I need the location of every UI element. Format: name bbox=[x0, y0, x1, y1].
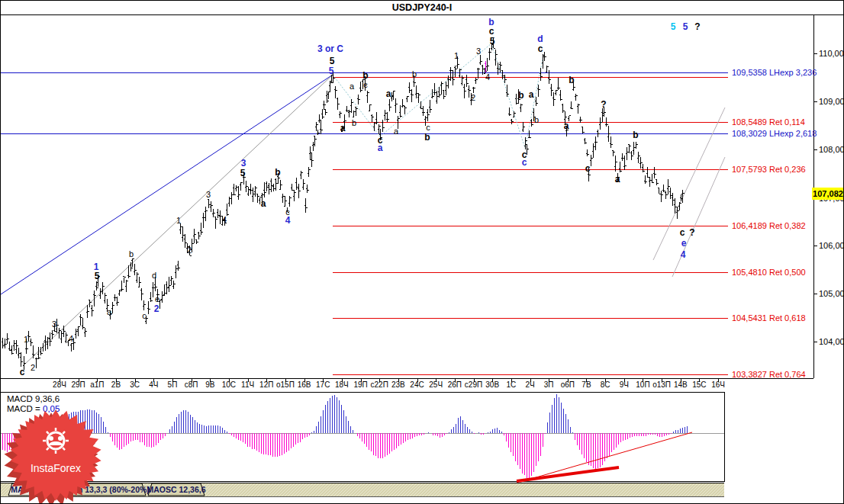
wave-label: a bbox=[107, 307, 112, 316]
macd-name: MACD 9,36,6 bbox=[7, 394, 60, 403]
wave-label: 4 bbox=[681, 249, 686, 260]
tab-label[interactable]: MACD 9,36,6 bbox=[11, 485, 60, 494]
fib-label: 108,5489 Ret 0,114 bbox=[732, 117, 805, 127]
wave-label: 5 bbox=[329, 66, 334, 76]
macd-value: 0,05 bbox=[43, 404, 60, 413]
wave-label: d bbox=[152, 271, 156, 280]
time-axis-label: 15С bbox=[692, 380, 706, 389]
macd-value-prefix: MACD = bbox=[7, 404, 40, 413]
wave-label: c bbox=[680, 227, 685, 238]
wave-label: b bbox=[129, 249, 134, 258]
wave-label: ? bbox=[601, 99, 606, 110]
wave-label: a bbox=[378, 143, 383, 153]
wave-label: a bbox=[340, 123, 346, 133]
wave-label: c bbox=[585, 163, 591, 174]
fib-label: 103,3827 Ret 0,764 bbox=[732, 370, 806, 379]
time-axis-label: 29П bbox=[72, 380, 85, 389]
time-axis-label: 2Ч bbox=[525, 380, 534, 389]
time-axis-label: 19П bbox=[353, 380, 367, 389]
chart-window: 109,5358 LHexp 3,236108,5489 Ret 0,11410… bbox=[0, 0, 844, 504]
time-axis-label: 3П bbox=[544, 380, 554, 389]
time-axis-label: 9Ч bbox=[620, 380, 629, 389]
wave-label: 5 bbox=[683, 21, 688, 32]
time-axis-label: 24С bbox=[410, 380, 424, 389]
time-axis-label: 23В bbox=[391, 380, 405, 389]
time-axis-label: с29П bbox=[465, 380, 482, 389]
wave-label: 2 bbox=[471, 93, 475, 102]
wave-label: 3 bbox=[476, 47, 481, 56]
time-axis-label: 10П bbox=[636, 380, 649, 389]
wave-label: c bbox=[426, 123, 430, 132]
wave-label: b bbox=[352, 118, 356, 127]
wave-label: ? bbox=[689, 227, 694, 238]
wave-label: 5 bbox=[330, 56, 335, 66]
time-axis-label: 12П bbox=[259, 380, 273, 389]
fib-label: 108,3029 LHexp 2,618 bbox=[732, 129, 817, 138]
wave-label: 3 or C bbox=[317, 43, 343, 54]
wave-label: b bbox=[633, 130, 638, 140]
wave-label: 1 bbox=[176, 216, 181, 225]
wave-label: 2 bbox=[187, 246, 192, 255]
time-axis-label: 16Ч bbox=[711, 380, 725, 389]
time-axis-label: 18Ч bbox=[335, 380, 349, 389]
time-axis-label: 3С bbox=[130, 380, 140, 389]
time-axis-label: 28Ч bbox=[53, 380, 66, 389]
wave-label: b bbox=[569, 75, 574, 85]
time-axis-label: 25Ч bbox=[429, 380, 443, 389]
wave-label: c bbox=[20, 367, 25, 377]
time-axis-label: с22П bbox=[371, 380, 388, 389]
chart-title: USDJPY240-I bbox=[392, 2, 453, 13]
time-axis-label: 11Ч bbox=[241, 380, 254, 389]
wave-label: b bbox=[534, 115, 539, 124]
wave-label: 5 bbox=[95, 271, 100, 281]
wave-label: a bbox=[394, 127, 399, 136]
time-axis-label: с8П bbox=[185, 380, 198, 389]
macd-histogram-negative bbox=[3, 433, 672, 479]
price-axis-label: 110,000 bbox=[819, 49, 844, 58]
fib-label: 107,5793 Ret 0,236 bbox=[732, 165, 806, 174]
wave-label: 1 bbox=[454, 51, 459, 60]
price-chart-area[interactable] bbox=[1, 14, 813, 378]
tab-label[interactable]: Stoch 13,3,3 (80%-20%) bbox=[60, 485, 150, 494]
wave-label: b bbox=[412, 69, 417, 79]
macd-indicator-labels: MACD 9,36,6 MACD = 0,05 bbox=[7, 394, 60, 414]
macd-trendline-thick bbox=[517, 467, 619, 481]
time-axis-label: 8С bbox=[601, 380, 610, 389]
wave-label: a bbox=[350, 82, 355, 91]
wave-label: c bbox=[142, 311, 147, 320]
tab-stoch-13-3-3-80-20[interactable]: Stoch 13,3,3 (80%-20%) bbox=[60, 483, 150, 496]
time-axis-label: 26П bbox=[448, 380, 462, 389]
tab-maosc-12-36-6[interactable]: MAOSC 12,36,6 bbox=[147, 483, 205, 496]
wave-label: 4 bbox=[485, 72, 490, 82]
wave-label: ? bbox=[694, 21, 700, 32]
fib-label: 106,4189 Ret 0,382 bbox=[732, 221, 806, 230]
wave-label: d bbox=[537, 34, 543, 44]
chart-canvas: 109,5358 LHexp 3,236108,5489 Ret 0,11410… bbox=[1, 1, 844, 504]
wave-label: 5 bbox=[240, 168, 246, 178]
wave-label: c bbox=[538, 43, 543, 54]
wave-label: a bbox=[564, 120, 569, 131]
wave-label: e bbox=[155, 294, 159, 303]
price-axis-label: 106,000 bbox=[819, 241, 844, 250]
tab-macd-9-36-6[interactable]: MACD 9,36,6 bbox=[8, 483, 62, 496]
wave-label: a bbox=[386, 88, 391, 99]
macd-histogram-positive bbox=[40, 394, 688, 433]
wave-label: 3 bbox=[52, 319, 56, 329]
time-axis-label: 1С bbox=[506, 380, 516, 389]
wave-label: 2 bbox=[154, 303, 159, 314]
time-axis-label: 2В bbox=[111, 380, 121, 389]
wave-label: 5 bbox=[671, 21, 676, 32]
wave-label: a bbox=[529, 89, 534, 100]
time-axis-label: а1П bbox=[90, 380, 104, 389]
time-axis-label: 14В bbox=[674, 380, 688, 389]
time-axis-label: 17С bbox=[316, 380, 330, 389]
wave-label: c bbox=[363, 80, 368, 89]
wave-label: e bbox=[681, 238, 687, 249]
price-axis-label: 108,000 bbox=[819, 145, 844, 154]
tab-label[interactable]: MAOSC 12,36,6 bbox=[147, 485, 205, 494]
wave-label: 3 bbox=[241, 158, 246, 169]
time-axis-label: о13П bbox=[652, 380, 671, 389]
wave-label: a bbox=[615, 174, 620, 185]
current-price-tag: 107,082 bbox=[812, 188, 844, 200]
wave-label: b bbox=[362, 70, 368, 81]
